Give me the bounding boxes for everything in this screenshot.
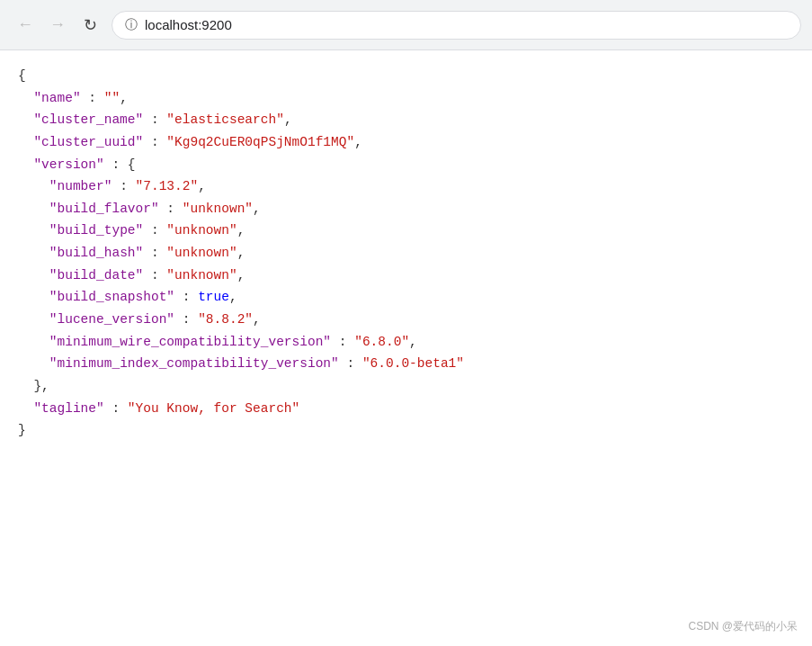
cluster-name-key: "cluster_name" — [33, 112, 143, 127]
reload-icon: ↻ — [84, 15, 97, 35]
json-min-wire-line: "minimum_wire_compatibility_version" : "… — [18, 331, 794, 354]
tagline-value: "You Know, for Search" — [128, 401, 299, 416]
cluster-uuid-key: "cluster_uuid" — [33, 135, 143, 149]
forward-button[interactable]: → — [43, 11, 72, 40]
nav-buttons: ← → ↻ — [11, 11, 104, 40]
browser-chrome: ← → ↻ ⓘ localhost:9200 — [0, 0, 812, 50]
close-brace: } — [18, 423, 26, 437]
address-bar[interactable]: ⓘ localhost:9200 — [112, 11, 801, 40]
cluster-name-value: "elasticsearch" — [166, 112, 284, 127]
name-value: "" — [104, 91, 120, 105]
tagline-key: "tagline" — [33, 401, 103, 416]
build-type-value: "unknown" — [166, 223, 236, 238]
version-open-brace: { — [128, 157, 136, 172]
json-cluster-uuid-line: "cluster_uuid" : "Kg9q2CuER0qPSjNmO1f1MQ… — [18, 131, 794, 154]
json-cluster-name-line: "cluster_name" : "elasticsearch", — [18, 109, 794, 131]
build-snapshot-value: true — [198, 290, 229, 304]
back-button[interactable]: ← — [11, 11, 40, 40]
forward-icon: → — [49, 15, 66, 34]
build-flavor-key: "build_flavor" — [49, 202, 159, 216]
json-build-snapshot-line: "build_snapshot" : true, — [18, 286, 794, 309]
name-key: "name" — [33, 91, 80, 105]
json-content-area: { "name" : "", "cluster_name" : "elastic… — [0, 50, 812, 646]
number-key: "number" — [49, 179, 112, 193]
json-root-close: } — [18, 419, 794, 442]
json-number-line: "number" : "7.13.2", — [18, 175, 794, 198]
lucene-version-value: "8.8.2" — [198, 312, 253, 327]
json-name-line: "name" : "", — [18, 87, 794, 110]
json-build-flavor-line: "build_flavor" : "unknown", — [18, 198, 794, 220]
build-snapshot-key: "build_snapshot" — [49, 290, 174, 304]
min-wire-key: "minimum_wire_compatibility_version" — [49, 335, 331, 349]
build-type-key: "build_type" — [49, 223, 143, 238]
build-hash-key: "build_hash" — [49, 246, 143, 260]
lucene-version-key: "lucene_version" — [49, 312, 174, 327]
json-min-index-line: "minimum_index_compatibility_version" : … — [18, 353, 794, 375]
json-version-line: "version" : { — [18, 154, 794, 176]
json-tagline-line: "tagline" : "You Know, for Search" — [18, 398, 794, 420]
version-close-brace: }, — [33, 379, 49, 393]
json-root-open: { — [18, 65, 794, 87]
build-hash-value: "unknown" — [166, 246, 236, 260]
min-wire-value: "6.8.0" — [354, 335, 409, 349]
cluster-uuid-value: "Kg9q2CuER0qPSjNmO1f1MQ" — [166, 135, 354, 149]
info-icon: ⓘ — [125, 17, 138, 33]
min-index-key: "minimum_index_compatibility_version" — [49, 356, 339, 371]
json-build-type-line: "build_type" : "unknown", — [18, 220, 794, 242]
version-key: "version" — [33, 157, 103, 172]
json-lucene-version-line: "lucene_version" : "8.8.2", — [18, 309, 794, 331]
open-brace: { — [18, 68, 26, 83]
watermark: CSDN @爱代码的小呆 — [688, 617, 798, 635]
build-flavor-value: "unknown" — [183, 202, 253, 216]
json-build-date-line: "build_date" : "unknown", — [18, 265, 794, 287]
json-version-close-line: }, — [18, 375, 794, 398]
number-value: "7.13.2" — [136, 179, 199, 193]
back-icon: ← — [17, 15, 33, 34]
min-index-value: "6.0.0-beta1" — [362, 356, 464, 371]
reload-button[interactable]: ↻ — [76, 11, 104, 40]
url-text: localhost:9200 — [145, 17, 232, 32]
build-date-value: "unknown" — [166, 268, 236, 283]
json-build-hash-line: "build_hash" : "unknown", — [18, 242, 794, 265]
build-date-key: "build_date" — [49, 268, 143, 283]
